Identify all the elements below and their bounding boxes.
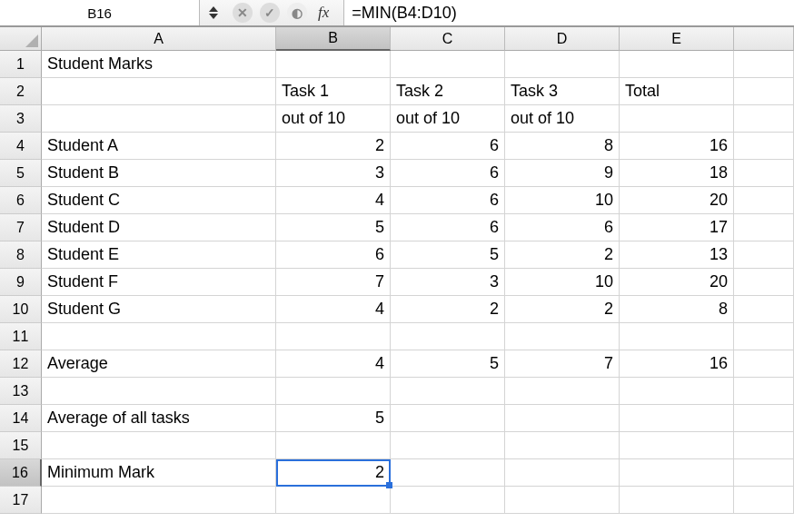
row-head-15[interactable]: 15 [0, 432, 42, 459]
cell-D16[interactable] [505, 459, 620, 487]
cell-E11[interactable] [620, 323, 734, 350]
cell-F7[interactable] [734, 214, 794, 241]
cell-B16[interactable]: 2 [276, 459, 391, 487]
cell-D7[interactable]: 6 [505, 214, 620, 241]
cell-B3[interactable]: out of 10 [276, 105, 391, 133]
cell-B12[interactable]: 4 [276, 350, 391, 378]
col-head-C[interactable]: C [391, 27, 505, 51]
cell-F15[interactable] [734, 432, 794, 459]
cell-C6[interactable]: 6 [391, 187, 505, 214]
cell-A3[interactable] [42, 105, 276, 133]
cell-A9[interactable]: Student F [42, 269, 276, 296]
cell-A14[interactable]: Average of all tasks [42, 405, 276, 432]
cell-C3[interactable]: out of 10 [391, 105, 505, 133]
cell-F10[interactable] [734, 296, 794, 323]
cell-A11[interactable] [42, 323, 276, 350]
row-head-8[interactable]: 8 [0, 241, 42, 269]
cell-E8[interactable]: 13 [620, 241, 734, 269]
row-head-2[interactable]: 2 [0, 78, 42, 105]
cell-D12[interactable]: 7 [505, 350, 620, 378]
row-head-10[interactable]: 10 [0, 296, 42, 323]
cell-F4[interactable] [734, 133, 794, 160]
cell-B2[interactable]: Task 1 [276, 78, 391, 105]
row-head-6[interactable]: 6 [0, 187, 42, 214]
cell-D8[interactable]: 2 [505, 241, 620, 269]
cell-C4[interactable]: 6 [391, 133, 505, 160]
cell-D6[interactable]: 10 [505, 187, 620, 214]
cell-D5[interactable]: 9 [505, 160, 620, 187]
cell-F16[interactable] [734, 459, 794, 487]
cell-D13[interactable] [505, 378, 620, 405]
col-head-B[interactable]: B [276, 27, 391, 51]
col-head-D[interactable]: D [505, 27, 620, 51]
cell-B4[interactable]: 2 [276, 133, 391, 160]
fx-icon[interactable]: fx [318, 4, 329, 22]
cell-D4[interactable]: 8 [505, 133, 620, 160]
cell-D15[interactable] [505, 432, 620, 459]
cell-A4[interactable]: Student A [42, 133, 276, 160]
cell-E4[interactable]: 16 [620, 133, 734, 160]
cell-B6[interactable]: 4 [276, 187, 391, 214]
cell-E9[interactable]: 20 [620, 269, 734, 296]
cell-A8[interactable]: Student E [42, 241, 276, 269]
name-box[interactable]: B16 [0, 0, 200, 25]
cell-C7[interactable]: 6 [391, 214, 505, 241]
cell-C14[interactable] [391, 405, 505, 432]
cell-D10[interactable]: 2 [505, 296, 620, 323]
row-head-17[interactable]: 17 [0, 487, 42, 514]
select-all-corner[interactable] [0, 27, 42, 51]
cell-E7[interactable]: 17 [620, 214, 734, 241]
row-head-13[interactable]: 13 [0, 378, 42, 405]
formula-input[interactable]: =MIN(B4:D10) [343, 0, 794, 25]
cell-C8[interactable]: 5 [391, 241, 505, 269]
cell-E13[interactable] [620, 378, 734, 405]
cell-A15[interactable] [42, 432, 276, 459]
cell-C16[interactable] [391, 459, 505, 487]
cell-C11[interactable] [391, 323, 505, 350]
row-head-1[interactable]: 1 [0, 51, 42, 78]
cell-A6[interactable]: Student C [42, 187, 276, 214]
cell-B8[interactable]: 6 [276, 241, 391, 269]
cell-C2[interactable]: Task 2 [391, 78, 505, 105]
cell-E17[interactable] [620, 487, 734, 514]
cell-D17[interactable] [505, 487, 620, 514]
row-head-7[interactable]: 7 [0, 214, 42, 241]
cell-B14[interactable]: 5 [276, 405, 391, 432]
cell-E14[interactable] [620, 405, 734, 432]
cell-E10[interactable]: 8 [620, 296, 734, 323]
cell-C12[interactable]: 5 [391, 350, 505, 378]
cell-C9[interactable]: 3 [391, 269, 505, 296]
row-head-3[interactable]: 3 [0, 105, 42, 133]
cell-E2[interactable]: Total [620, 78, 734, 105]
cell-D11[interactable] [505, 323, 620, 350]
col-head-F[interactable] [734, 27, 794, 51]
cell-D1[interactable] [505, 51, 620, 78]
row-head-16[interactable]: 16 [0, 459, 42, 487]
cell-F5[interactable] [734, 160, 794, 187]
cell-A16[interactable]: Minimum Mark [42, 459, 276, 487]
cell-E5[interactable]: 18 [620, 160, 734, 187]
reference-icon[interactable]: ◐ [287, 3, 307, 23]
cell-E12[interactable]: 16 [620, 350, 734, 378]
cell-D14[interactable] [505, 405, 620, 432]
cell-D2[interactable]: Task 3 [505, 78, 620, 105]
cell-F17[interactable] [734, 487, 794, 514]
cell-F11[interactable] [734, 323, 794, 350]
col-head-A[interactable]: A [42, 27, 276, 51]
row-head-9[interactable]: 9 [0, 269, 42, 296]
row-head-11[interactable]: 11 [0, 323, 42, 350]
cell-C5[interactable]: 6 [391, 160, 505, 187]
cell-A10[interactable]: Student G [42, 296, 276, 323]
cancel-icon[interactable]: ✕ [233, 3, 253, 23]
cell-E1[interactable] [620, 51, 734, 78]
cell-F6[interactable] [734, 187, 794, 214]
cell-E15[interactable] [620, 432, 734, 459]
cell-A1[interactable]: Student Marks [42, 51, 276, 78]
cell-B9[interactable]: 7 [276, 269, 391, 296]
cell-A13[interactable] [42, 378, 276, 405]
cell-D3[interactable]: out of 10 [505, 105, 620, 133]
spreadsheet-grid[interactable]: A B C D E 1Student Marks2Task 1Task 2Tas… [0, 27, 794, 514]
cell-B13[interactable] [276, 378, 391, 405]
cell-E6[interactable]: 20 [620, 187, 734, 214]
cell-B1[interactable] [276, 51, 391, 78]
